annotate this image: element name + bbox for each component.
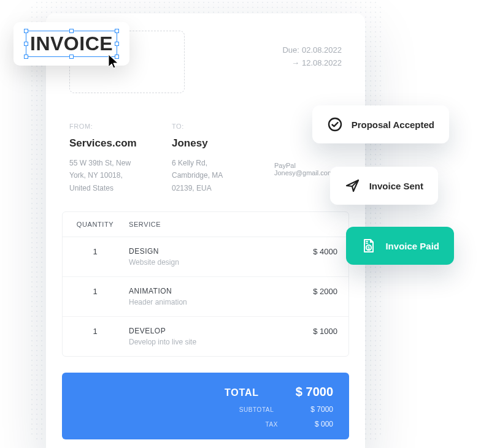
table-row: 1 DESIGN Website design $ 4000 bbox=[63, 237, 348, 277]
due-label: Due: bbox=[282, 44, 299, 57]
total-label: TOTAL bbox=[225, 387, 259, 398]
row-qty: 1 bbox=[74, 287, 117, 296]
paid-date: 12.08.2022 bbox=[302, 57, 342, 70]
table-header: QUANTITY SERVICE bbox=[63, 212, 348, 237]
status-proposal-accepted[interactable]: Proposal Accepted bbox=[312, 105, 449, 143]
chip-label: Invoice Paid bbox=[385, 241, 439, 251]
totals-block: TOTAL $ 7000 SUBTOTAL $ 7000 TAX $ 000 bbox=[62, 373, 349, 439]
row-price: $ 2000 bbox=[282, 287, 337, 296]
col-quantity: QUANTITY bbox=[74, 221, 117, 228]
subtotal-label: SUBTOTAL bbox=[239, 406, 274, 413]
from-address-line: United States bbox=[69, 182, 139, 194]
to-name: Jonesy bbox=[172, 137, 241, 150]
row-qty: 1 bbox=[74, 327, 117, 336]
row-price: $ 1000 bbox=[282, 327, 337, 336]
tax-label: TAX bbox=[265, 421, 278, 428]
row-service: DESIGN bbox=[129, 247, 282, 256]
row-desc: Develop into live site bbox=[129, 338, 282, 346]
to-address-line: 02139, EUA bbox=[172, 182, 241, 194]
from-address-line: 55 W 39th St, New bbox=[69, 157, 139, 169]
status-invoice-sent[interactable]: Invoice Sent bbox=[330, 167, 438, 205]
table-row: 1 DEVELOP Develop into live site $ 1000 bbox=[63, 317, 348, 356]
to-block: TO: Jonesy 6 Kelly Rd, Cambridge, MA 021… bbox=[172, 123, 241, 194]
invoice-title[interactable]: INVOICE bbox=[30, 32, 113, 55]
invoice-dollar-icon: $ bbox=[361, 238, 377, 254]
to-label: TO: bbox=[172, 123, 241, 130]
check-circle-icon bbox=[327, 116, 343, 132]
row-desc: Website design bbox=[129, 258, 282, 267]
row-qty: 1 bbox=[74, 247, 117, 256]
line-items-table: QUANTITY SERVICE 1 DESIGN Website design… bbox=[62, 211, 349, 357]
arrow-right-icon: → bbox=[291, 57, 299, 70]
svg-text:$: $ bbox=[368, 246, 371, 251]
status-invoice-paid[interactable]: $ Invoice Paid bbox=[346, 227, 454, 265]
cursor-icon bbox=[107, 53, 121, 69]
date-block: Due: 02.08.2022 → 12.08.2022 bbox=[282, 44, 342, 70]
tax-value: $ 000 bbox=[315, 420, 333, 428]
row-price: $ 4000 bbox=[282, 247, 337, 256]
col-service: SERVICE bbox=[117, 221, 282, 228]
chip-label: Invoice Sent bbox=[369, 181, 423, 191]
due-date: 02.08.2022 bbox=[302, 44, 342, 57]
title-edit-badge[interactable]: INVOICE bbox=[13, 22, 129, 66]
total-value: $ 7000 bbox=[296, 385, 333, 399]
from-address-line: York, NY 10018, bbox=[69, 169, 139, 181]
col-price bbox=[282, 221, 337, 228]
row-desc: Header animation bbox=[129, 298, 282, 306]
from-block: FROM: Services.com 55 W 39th St, New Yor… bbox=[69, 123, 139, 194]
payment-method: PayPal bbox=[274, 162, 342, 169]
table-row: 1 ANIMATION Header animation $ 2000 bbox=[63, 277, 348, 317]
selection-frame[interactable]: INVOICE bbox=[26, 31, 117, 57]
to-address-line: 6 Kelly Rd, bbox=[172, 157, 241, 169]
row-service: ANIMATION bbox=[129, 287, 282, 295]
chip-label: Proposal Accepted bbox=[352, 120, 434, 130]
send-icon bbox=[345, 178, 361, 194]
from-label: FROM: bbox=[69, 123, 139, 130]
from-name: Services.com bbox=[69, 137, 139, 150]
subtotal-value: $ 7000 bbox=[310, 405, 333, 414]
invoice-card: Due: 02.08.2022 → 12.08.2022 FROM: Servi… bbox=[46, 13, 365, 448]
to-address-line: Cambridge, MA bbox=[172, 169, 241, 181]
row-service: DEVELOP bbox=[129, 327, 282, 335]
